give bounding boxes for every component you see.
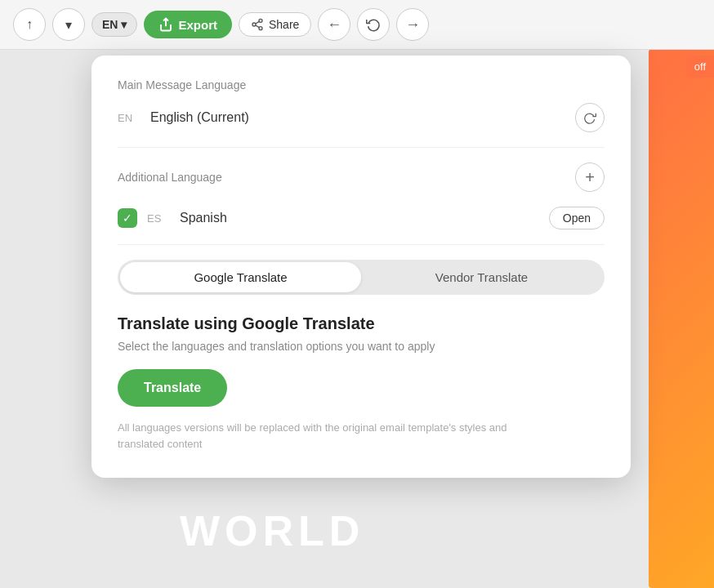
translate-note: All languages versions will be replaced … [118,420,526,452]
chevron-down-icon: ▾ [65,17,72,33]
background-content [649,49,714,588]
world-text: WORLD [180,506,364,555]
share-button[interactable]: Share [239,12,311,37]
add-language-button[interactable]: + [575,163,605,192]
export-label: Export [178,18,217,32]
export-icon [158,17,173,32]
refresh-icon [583,111,596,124]
main-lang-code: EN [118,112,141,124]
dropdown-button[interactable]: ▾ [52,8,85,41]
google-translate-tab[interactable]: Google Translate [120,262,361,292]
additional-language-header: Additional Language + [118,163,605,192]
svg-point-1 [259,19,262,22]
divider-1 [118,147,605,148]
translate-button[interactable]: Translate [118,369,227,407]
share-icon [251,18,264,31]
upload-button[interactable]: ↑ [13,8,46,41]
additional-lang-code: ES [147,212,170,225]
translate-title: Translate using Google Translate [118,314,605,333]
forward-icon: → [405,16,420,33]
translate-description: Select the languages and translation opt… [118,340,605,353]
svg-point-3 [259,27,262,30]
lang-chevron-icon: ▾ [121,18,127,31]
additional-language-label: Additional Language [118,171,222,184]
svg-line-4 [256,25,260,28]
main-lang-name: English (Current) [150,110,249,125]
toolbar: ↑ ▾ EN ▾ Export Share ← → [0,0,714,50]
history-icon [366,17,381,32]
language-label: EN [102,18,118,31]
language-checkbox[interactable]: ✓ [118,208,137,228]
upload-icon: ↑ [26,17,33,32]
divider-2 [118,244,605,245]
background-tab: off [686,56,714,78]
forward-button[interactable]: → [396,8,429,41]
main-language-label: Main Message Language [118,78,605,91]
vendor-translate-tab[interactable]: Vendor Translate [361,262,602,292]
language-button[interactable]: EN ▾ [91,12,137,37]
share-label: Share [269,18,299,31]
svg-point-2 [252,23,256,26]
back-button[interactable]: ← [318,8,350,41]
history-button[interactable] [357,8,390,41]
back-icon: ← [327,16,341,33]
export-button[interactable]: Export [144,11,232,38]
translate-toggle-group: Google Translate Vendor Translate [118,260,605,295]
open-language-button[interactable]: Open [549,207,605,229]
main-language-row: EN English (Current) [118,103,605,132]
additional-lang-name: Spanish [180,211,227,225]
refresh-button[interactable] [575,103,605,132]
additional-language-row: ✓ ES Spanish Open [118,207,605,229]
svg-line-5 [256,21,260,24]
language-dropdown-panel: Main Message Language EN English (Curren… [91,56,631,478]
